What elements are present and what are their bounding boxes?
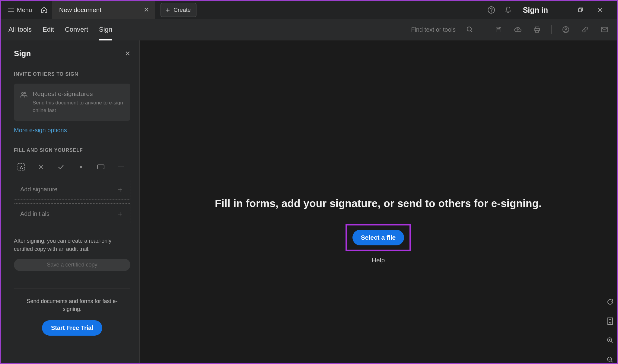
main-area: Fill in forms, add your signature, or se… xyxy=(140,40,617,363)
svg-point-13 xyxy=(565,28,567,30)
title-right-controls: Sign in xyxy=(486,5,614,15)
main-headline: Fill in forms, add your signature, or se… xyxy=(215,197,542,209)
dot-icon xyxy=(79,165,83,169)
search-icon xyxy=(466,26,473,33)
page-fit-icon xyxy=(607,317,614,325)
mail-button[interactable] xyxy=(599,24,610,35)
save-certified-copy-button: Save a certified copy xyxy=(14,259,130,271)
svg-rect-22 xyxy=(97,165,104,169)
card-desc: Send this document to anyone to e-sign o… xyxy=(33,99,124,114)
link-icon xyxy=(581,26,589,33)
sign-in-link[interactable]: Sign in xyxy=(520,6,551,14)
promo-text: Send documents and forms for fast e-sign… xyxy=(14,297,130,313)
right-rail xyxy=(605,297,615,364)
svg-rect-9 xyxy=(497,30,500,32)
link-button[interactable] xyxy=(580,24,590,35)
svg-line-30 xyxy=(611,361,613,362)
text-tool[interactable]: A xyxy=(17,163,25,171)
invite-section-label: INVITE OTHERS TO SIGN xyxy=(14,72,130,77)
sidebar-title: Sign xyxy=(14,49,31,58)
home-button[interactable] xyxy=(36,3,52,17)
add-signature-button[interactable]: Add signature ＋ xyxy=(14,179,130,200)
svg-rect-3 xyxy=(578,9,581,12)
reload-button[interactable] xyxy=(605,297,615,307)
mail-icon xyxy=(600,26,608,34)
toolbar-right: Find text or tools xyxy=(411,24,610,35)
dot-tool[interactable] xyxy=(77,163,85,171)
close-tab-button[interactable]: ✕ xyxy=(144,6,149,14)
more-esign-options-link[interactable]: More e-sign options xyxy=(14,127,130,134)
create-button[interactable]: ＋ Create xyxy=(161,3,196,17)
document-tab[interactable]: New document ✕ xyxy=(52,1,155,19)
plus-icon: ＋ xyxy=(116,209,124,219)
toolbar: All tools Edit Convert Sign Find text or… xyxy=(1,19,617,40)
add-initials-label: Add initials xyxy=(20,210,49,217)
tab-all-tools[interactable]: All tools xyxy=(8,19,32,40)
reload-icon xyxy=(607,298,614,305)
svg-line-26 xyxy=(611,341,613,343)
svg-text:A: A xyxy=(20,165,23,170)
start-free-trial-button[interactable]: Start Free Trial xyxy=(42,320,102,336)
people-icon xyxy=(20,90,28,114)
svg-rect-8 xyxy=(497,27,499,29)
bell-icon-button[interactable] xyxy=(503,5,513,15)
zoom-out-button[interactable] xyxy=(605,355,615,364)
divider xyxy=(484,25,484,34)
share-user-icon xyxy=(562,26,569,33)
bell-icon xyxy=(505,6,512,14)
annotation-highlight: Select a file xyxy=(346,224,411,251)
menu-label: Menu xyxy=(17,7,32,14)
select-a-file-button[interactable]: Select a file xyxy=(352,230,404,245)
add-signature-label: Add signature xyxy=(20,186,57,193)
svg-point-6 xyxy=(467,27,471,31)
tab-title: New document xyxy=(59,6,101,14)
add-initials-button[interactable]: Add initials ＋ xyxy=(14,203,130,224)
help-link[interactable]: Help xyxy=(372,257,385,264)
tab-convert[interactable]: Convert xyxy=(65,19,88,40)
cloud-upload-button[interactable] xyxy=(513,24,523,35)
check-tool[interactable] xyxy=(57,163,65,171)
svg-point-21 xyxy=(80,166,82,168)
tab-sign[interactable]: Sign xyxy=(99,19,112,40)
fill-self-label: FILL AND SIGN YOURSELF xyxy=(14,148,130,153)
window-minimize-button[interactable] xyxy=(558,7,571,13)
certified-copy-info: After signing, you can create a read-onl… xyxy=(14,237,130,253)
rectangle-icon xyxy=(97,164,105,170)
plus-icon: ＋ xyxy=(116,184,124,195)
help-icon-button[interactable] xyxy=(486,5,496,15)
svg-point-1 xyxy=(491,12,492,12)
minimize-icon xyxy=(558,7,563,13)
line-tool[interactable] xyxy=(116,163,125,171)
search-button[interactable] xyxy=(465,24,475,35)
rectangle-tool[interactable] xyxy=(97,163,105,171)
tab-edit[interactable]: Edit xyxy=(43,19,54,40)
print-icon xyxy=(534,26,541,33)
hamburger-icon xyxy=(8,8,14,12)
line-icon xyxy=(117,166,124,168)
window-close-button[interactable] xyxy=(597,7,611,13)
menu-button[interactable]: Menu xyxy=(4,4,36,16)
sidebar-close-button[interactable]: ✕ xyxy=(125,50,130,58)
text-box-icon: A xyxy=(17,163,25,171)
request-esignatures-card[interactable]: Request e-signatures Send this document … xyxy=(14,84,130,121)
content-area: Sign ✕ INVITE OTHERS TO SIGN Request e-s… xyxy=(1,40,617,363)
card-title: Request e-signatures xyxy=(33,90,124,97)
zoom-in-icon xyxy=(607,337,614,344)
svg-point-15 xyxy=(21,92,24,94)
page-fit-button[interactable] xyxy=(605,316,615,326)
zoom-out-icon xyxy=(607,356,614,363)
help-circle-icon xyxy=(487,6,495,14)
save-button[interactable] xyxy=(493,24,504,35)
x-mark-icon xyxy=(38,164,44,170)
zoom-in-button[interactable] xyxy=(605,336,615,345)
close-icon xyxy=(597,7,603,13)
cross-tool[interactable] xyxy=(37,163,45,171)
find-placeholder[interactable]: Find text or tools xyxy=(411,26,456,33)
print-button[interactable] xyxy=(532,24,542,35)
svg-line-7 xyxy=(471,30,472,32)
home-icon xyxy=(40,6,48,14)
title-bar: Menu New document ✕ ＋ Create Sign in xyxy=(1,1,617,19)
window-maximize-button[interactable] xyxy=(578,7,591,13)
share-user-button[interactable] xyxy=(561,24,571,35)
cloud-upload-icon xyxy=(514,26,522,34)
